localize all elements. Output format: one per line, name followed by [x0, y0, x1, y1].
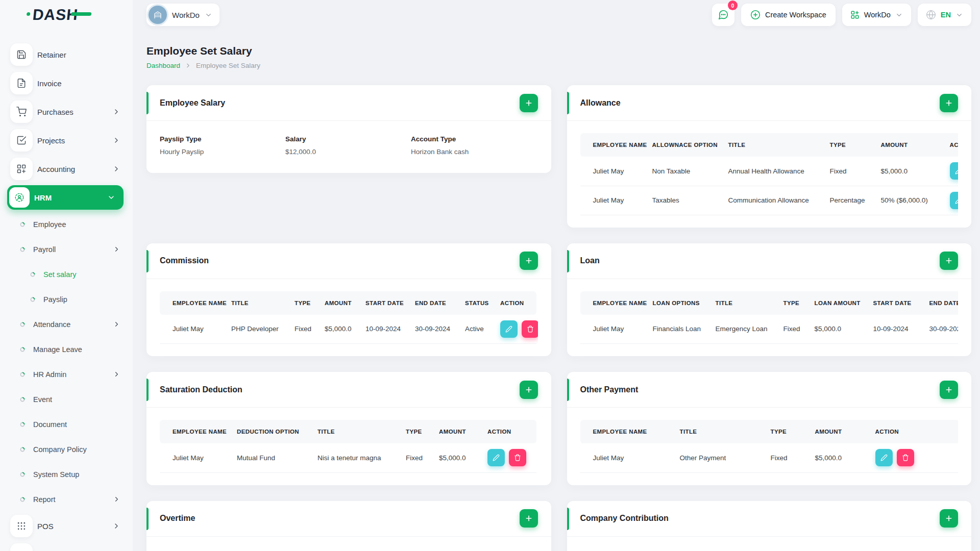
- sidebar-item-event[interactable]: Event: [0, 387, 133, 412]
- sidebar-item-crm[interactable]: CRM: [0, 540, 133, 551]
- add-allowance-button[interactable]: [940, 94, 958, 112]
- loan-card: Loan EMPLOYEE NAME LOAN OPTIONS TITLE TY…: [567, 243, 972, 357]
- col-header: AMOUNT: [432, 420, 480, 443]
- edit-button[interactable]: [500, 320, 518, 338]
- edit-button[interactable]: [875, 449, 893, 466]
- col-header: EMPLOYEE NAME: [580, 133, 645, 157]
- crm-icon: [10, 543, 33, 551]
- card-header: Allowance: [567, 85, 972, 121]
- breadcrumb-current: Employee Set Salary: [196, 62, 260, 69]
- workspace-menu-label: WorkDo: [864, 11, 891, 19]
- sidebar-item-payslip[interactable]: Payslip: [0, 287, 133, 312]
- chevron-right-icon: [112, 108, 120, 116]
- sidebar-item-accounting[interactable]: Accounting: [0, 155, 133, 183]
- chevron-down-icon: [955, 11, 963, 19]
- workspace-menu-button[interactable]: WorkDo: [842, 4, 911, 26]
- cell-employee-name: Juliet May: [580, 157, 645, 186]
- sidebar-item-attendance[interactable]: Attendance: [0, 312, 133, 337]
- sidebar-item-label: Company Policy: [33, 445, 87, 454]
- sidebar-item-document[interactable]: Document: [0, 412, 133, 437]
- logo-dot-icon: [27, 12, 31, 16]
- cell-employee-name: Juliet May: [580, 186, 645, 215]
- card-header: Commission: [146, 243, 551, 279]
- invoice-icon: [10, 72, 33, 94]
- chevron-right-icon: [185, 62, 191, 69]
- employee-salary-fields: Payslip Type Hourly Payslip Salary $12,0…: [146, 121, 551, 173]
- add-employee-salary-button[interactable]: [520, 94, 538, 112]
- sidebar-item-projects[interactable]: Projects: [0, 126, 133, 155]
- cell-start-date: 10-09-2024: [358, 315, 408, 344]
- card-header: Employee Salary: [146, 85, 551, 121]
- ring-bullet-icon: [19, 446, 26, 453]
- card-header: Company Contribution: [567, 501, 972, 537]
- overtime-card: Overtime: [146, 501, 551, 551]
- chevron-down-icon: [107, 193, 115, 202]
- delete-button[interactable]: [509, 449, 526, 466]
- ring-bullet-icon: [19, 246, 26, 253]
- language-label: EN: [941, 11, 951, 19]
- delete-button[interactable]: [897, 449, 914, 466]
- cell-amount: 50% ($6,000.0): [874, 186, 943, 215]
- col-header: TITLE: [721, 133, 823, 157]
- field-value: Hourly Payslip: [160, 148, 285, 156]
- language-selector[interactable]: EN: [918, 4, 971, 26]
- messages-button[interactable]: 0: [712, 4, 734, 26]
- col-header: AMOUNT: [874, 133, 943, 157]
- col-header: AMOUNT: [808, 420, 868, 443]
- create-workspace-button[interactable]: Create Workspace: [741, 4, 836, 26]
- delete-button[interactable]: [522, 320, 538, 338]
- sidebar-item-pos[interactable]: POS: [0, 512, 133, 540]
- sidebar-item-label: Event: [33, 395, 52, 404]
- sidebar-item-hrm[interactable]: HRM: [7, 185, 124, 210]
- breadcrumb-dashboard-link[interactable]: Dashboard: [146, 62, 180, 69]
- sidebar-item-label: Purchases: [37, 108, 74, 116]
- sidebar-item-employee[interactable]: Employee: [0, 212, 133, 237]
- sidebar-item-system-setup[interactable]: System Setup: [0, 462, 133, 487]
- col-header: AMOUNT: [317, 291, 358, 315]
- pencil-icon: [955, 167, 959, 174]
- topbar-actions: 0 Create Workspace WorkDo EN: [712, 4, 971, 26]
- projects-icon: [10, 129, 33, 152]
- edit-button[interactable]: [487, 449, 505, 466]
- add-commission-button[interactable]: [520, 252, 538, 270]
- cell-title: Emergency Loan: [708, 315, 776, 344]
- card-title: Loan: [580, 256, 600, 265]
- trash-icon: [902, 454, 909, 461]
- allowance-table: EMPLOYEE NAME ALLOWNACE OPTION TITLE TYP…: [580, 133, 959, 215]
- sidebar-item-retainer[interactable]: Retainer: [0, 40, 133, 69]
- edit-button[interactable]: [950, 162, 959, 180]
- sidebar-item-set-salary[interactable]: Set salary: [0, 262, 133, 287]
- logo-bar-icon: [71, 12, 92, 16]
- card-header: Loan: [567, 243, 972, 279]
- retainer-icon: [10, 43, 33, 66]
- purchases-icon: [10, 101, 33, 123]
- ring-bullet-icon: [19, 396, 26, 403]
- add-other-payment-button[interactable]: [940, 381, 958, 399]
- pos-icon: [10, 515, 33, 537]
- sidebar-item-purchases[interactable]: Purchases: [0, 97, 133, 126]
- cell-end-date: 30-09-2024: [922, 315, 959, 344]
- plus-icon: [945, 257, 953, 265]
- col-header: STATUS: [458, 291, 493, 315]
- edit-button[interactable]: [950, 192, 959, 209]
- sidebar-item-hr-admin[interactable]: HR Admin: [0, 362, 133, 387]
- add-company-contribution-button[interactable]: [940, 509, 958, 528]
- ring-bullet-icon: [19, 471, 26, 478]
- add-overtime-button[interactable]: [520, 509, 538, 528]
- cell-amount: $5,000.0: [317, 315, 358, 344]
- col-header: START DATE: [358, 291, 408, 315]
- table-header-row: EMPLOYEE NAME DEDUCTION OPTION TITLE TYP…: [160, 420, 536, 443]
- cell-title: Communication Allowance: [721, 186, 823, 215]
- add-saturation-deduction-button[interactable]: [520, 381, 538, 399]
- col-header: LOAN OPTIONS: [646, 291, 708, 315]
- sidebar-item-report[interactable]: Report: [0, 487, 133, 512]
- sidebar-item-manage-leave[interactable]: Manage Leave: [0, 337, 133, 362]
- sidebar-item-invoice[interactable]: Invoice: [0, 69, 133, 97]
- app-logo[interactable]: DASH: [32, 6, 79, 23]
- add-loan-button[interactable]: [940, 252, 958, 270]
- card-header: Saturation Deduction: [146, 372, 551, 408]
- workspace-selector[interactable]: WorkDo: [146, 4, 219, 26]
- sidebar-item-payroll[interactable]: Payroll: [0, 237, 133, 262]
- topbar: DASH WorkDo 0 Create Workspace WorkDo: [0, 0, 980, 30]
- sidebar-item-company-policy[interactable]: Company Policy: [0, 437, 133, 462]
